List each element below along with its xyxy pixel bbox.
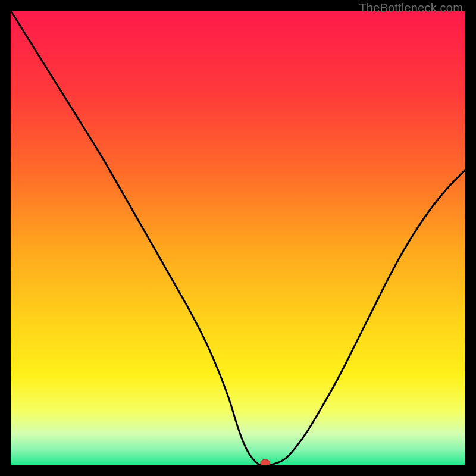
optimal-marker <box>261 459 270 465</box>
chart-background <box>11 11 465 465</box>
watermark-text: TheBottleneck.com <box>359 1 463 15</box>
bottleneck-chart <box>11 11 465 465</box>
